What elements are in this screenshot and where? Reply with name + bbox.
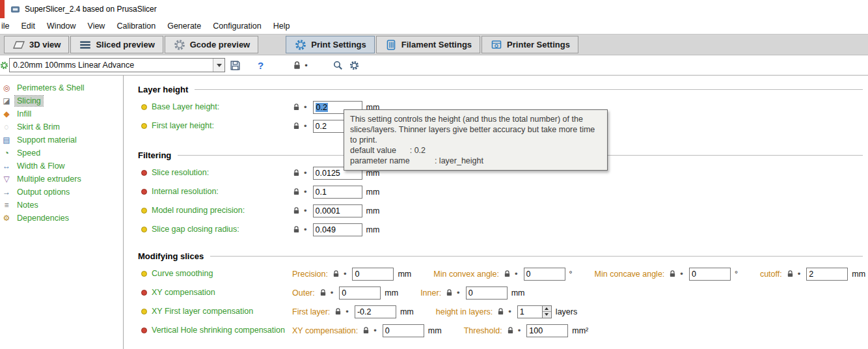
dot-separator-icon[interactable]: • [518, 326, 521, 335]
lock-icon[interactable] [292, 225, 301, 234]
tab-label: Sliced preview [96, 40, 154, 49]
tooltip-line: to print. [350, 135, 601, 145]
dot-separator-icon[interactable]: • [331, 288, 334, 298]
tab-sliced-preview[interactable]: Sliced preview [70, 36, 163, 53]
dot-separator-icon[interactable]: • [680, 269, 683, 279]
setting-row: Model rounding precision: • mm [138, 202, 868, 219]
min-concave-angle-input[interactable] [689, 268, 731, 281]
tab-label: Gcode preview [190, 40, 250, 49]
menu-item-edit[interactable]: Edit [16, 20, 42, 33]
tab-label: Printer Settings [507, 40, 570, 49]
lock-icon[interactable] [292, 103, 301, 111]
hole-xy-compensation-input[interactable] [383, 324, 424, 337]
save-preset-icon[interactable] [230, 60, 241, 71]
menu-item-help[interactable]: Help [267, 20, 296, 33]
dot-separator-icon[interactable]: • [515, 269, 518, 279]
setting-label: Internal resolution: [152, 187, 292, 197]
unit-label: mm [366, 206, 380, 216]
dot-separator-icon[interactable]: • [346, 307, 349, 316]
setting-field: Threshold: • mm² [464, 324, 589, 337]
dot-separator-icon[interactable]: • [373, 326, 377, 335]
dot-separator-icon[interactable]: • [304, 102, 307, 112]
tab-filament-settings[interactable]: Filament Settings [376, 36, 480, 53]
dot-separator-icon[interactable]: • [304, 187, 307, 197]
internal-resolution-input[interactable] [313, 186, 362, 199]
lock-icon[interactable] [668, 270, 677, 278]
app-icon [10, 5, 20, 14]
hole-threshold-input[interactable] [526, 324, 568, 337]
dot-separator-icon[interactable]: • [304, 168, 307, 178]
xy-inner-input[interactable] [466, 286, 508, 300]
sidebar-item-notes[interactable]: ≡ Notes [0, 199, 123, 212]
dot-separator-icon[interactable]: • [798, 269, 801, 279]
lock-icon[interactable] [445, 288, 454, 297]
tab-label: Print Settings [311, 40, 366, 49]
lock-icon[interactable] [362, 326, 370, 335]
lock-icon[interactable] [506, 326, 515, 335]
menu-item-view[interactable]: View [82, 20, 111, 33]
menu-item-file[interactable]: ile [0, 20, 16, 33]
lock-icon[interactable] [332, 270, 340, 278]
sidebar-item-multiple-extruders[interactable]: ▽ Multiple extruders [0, 173, 123, 186]
spinner-buttons[interactable] [542, 305, 552, 318]
section-rule [195, 89, 863, 90]
tab-3d-view[interactable]: 3D view [4, 36, 69, 53]
tooltip-line: This setting controls the height (and th… [350, 114, 601, 124]
sidebar-item-speed[interactable]: ◔ Speed [0, 147, 123, 160]
setting-field: Outer: • mm [292, 286, 398, 300]
lock-icon[interactable] [786, 270, 794, 278]
chevron-down-icon[interactable] [213, 59, 224, 72]
menu-item-configuration[interactable]: Configuration [207, 20, 267, 33]
preset-combobox[interactable]: 0.20mm 100mms Linear Advance [9, 58, 225, 72]
sidebar-item-width-flow[interactable]: ↔ Width & Flow [0, 160, 123, 173]
spool-icon [385, 39, 398, 51]
sidebar-item-skirt-brim[interactable]: ◌ Skirt & Brim [0, 120, 123, 133]
modified-dot [141, 328, 147, 333]
sidebar-item-output-options[interactable]: → Output options [0, 186, 123, 199]
menu-item-generate[interactable]: Generate [161, 20, 207, 33]
sidebar-item-perimeters-shell[interactable]: ◎ Perimeters & Shell [0, 81, 123, 94]
min-convex-angle-input[interactable] [524, 268, 565, 281]
lock-icon[interactable] [292, 169, 301, 177]
sidebar-item-slicing[interactable]: ◪ Slicing [0, 94, 123, 107]
modified-dot [141, 104, 147, 110]
spin-up-button[interactable] [543, 306, 551, 313]
menu-item-calibration[interactable]: Calibration [111, 20, 161, 33]
lock-icon[interactable] [319, 288, 327, 297]
dot-separator-icon[interactable]: • [457, 288, 460, 298]
cutoff-input[interactable] [806, 268, 848, 281]
lock-icon[interactable] [292, 122, 301, 130]
lock-icon[interactable] [292, 61, 302, 70]
lock-icon[interactable] [496, 307, 505, 316]
tab-gcode-preview[interactable]: Gcode preview [165, 36, 258, 53]
lock-icon[interactable] [292, 206, 301, 215]
settings-search-icon[interactable] [349, 61, 359, 70]
setting-field: Inner: • mm [420, 286, 524, 300]
lock-icon[interactable] [503, 270, 511, 278]
first-layer-compensation-input[interactable] [355, 305, 396, 318]
curve-precision-input[interactable] [352, 268, 394, 281]
setting-label: Slice resolution: [152, 168, 292, 178]
dot-separator-icon[interactable]: • [304, 121, 307, 131]
search-icon[interactable] [332, 60, 343, 70]
model-rounding-precision-input[interactable] [313, 204, 362, 217]
dot-separator-icon[interactable]: • [304, 206, 307, 216]
spin-down-button[interactable] [543, 312, 551, 318]
menu-item-window[interactable]: Window [41, 20, 81, 33]
dot-separator-icon[interactable]: • [304, 225, 307, 234]
help-icon[interactable]: ? [258, 60, 264, 71]
setting-label: First layer height: [152, 121, 292, 131]
height-in-layers-input[interactable] [517, 305, 542, 318]
sidebar-item-dependencies[interactable]: ⚙ Dependencies [0, 212, 123, 225]
xy-outer-input[interactable] [339, 286, 381, 300]
dot-separator-icon[interactable]: • [305, 61, 308, 70]
lock-icon[interactable] [292, 188, 301, 196]
tab-print-settings[interactable]: Print Settings [286, 36, 375, 53]
sidebar-item-infill[interactable]: ◆ Infill [0, 107, 123, 120]
dot-separator-icon[interactable]: • [344, 269, 347, 279]
lock-icon[interactable] [334, 307, 342, 316]
tab-printer-settings[interactable]: Printer Settings [481, 36, 578, 53]
slice-gap-closing-radius-input[interactable] [313, 223, 362, 236]
dot-separator-icon[interactable]: • [508, 307, 511, 316]
sidebar-item-support-material[interactable]: ▤ Support material [0, 133, 123, 147]
